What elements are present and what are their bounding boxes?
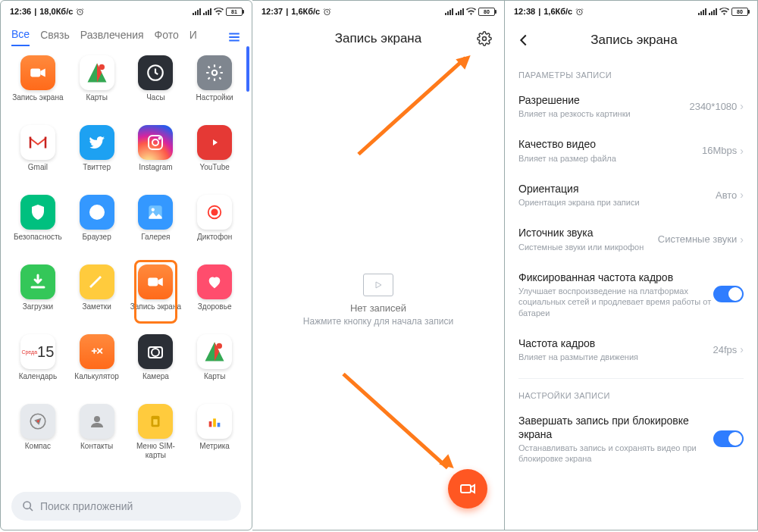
row-value: 16Mbps: [702, 145, 737, 156]
svg-point-19: [94, 416, 100, 422]
svg-rect-23: [213, 418, 216, 427]
app-контакты[interactable]: Контакты: [67, 404, 127, 465]
toggle-switch-on[interactable]: [713, 286, 744, 302]
notes-icon: [80, 264, 114, 299]
app-label: Запись экрана: [12, 93, 63, 102]
settings-row[interactable]: Качество видеоВлияет на размер файла16Mb…: [518, 128, 744, 172]
signal-icon: [193, 8, 201, 15]
camera-icon: [138, 334, 173, 369]
contacts-icon: [80, 404, 114, 439]
status-time: 12:37: [262, 7, 283, 16]
status-time: 12:38: [514, 7, 535, 16]
toggle-switch-on[interactable]: [713, 430, 744, 447]
app-заметки[interactable]: Заметки: [67, 264, 127, 325]
row-title: Завершать запись при блокировке экрана: [518, 414, 713, 441]
app-запись-экрана[interactable]: Запись экрана: [127, 264, 186, 325]
wifi-icon: [466, 8, 476, 15]
row-subtitle: Останавливать запись и сохранять видео п…: [518, 443, 713, 465]
app-метрика[interactable]: Метрика: [185, 404, 244, 465]
row-fixed-fps[interactable]: Фиксированная частота кадров Улучшает во…: [518, 261, 744, 327]
app-label: Калькулятор: [74, 372, 119, 381]
settings-row[interactable]: Источник звукаСистемные звуки или микроф…: [518, 217, 744, 261]
app-меню-sim-карты[interactable]: Меню SIM-карты: [127, 404, 186, 465]
status-separator: |: [286, 7, 288, 16]
chevron-right-icon: ›: [740, 189, 744, 201]
gear-icon: [197, 55, 232, 90]
settings-row[interactable]: РазрешениеВлияет на резкость картинки234…: [518, 84, 744, 128]
tab-more[interactable]: И: [190, 29, 197, 45]
app-label: Диктофон: [197, 233, 232, 242]
app-label: Здоровье: [198, 302, 232, 311]
app-карты[interactable]: Карты: [67, 55, 127, 116]
app-label: Безопасность: [14, 233, 62, 242]
scrollbar[interactable]: [246, 46, 249, 92]
video-icon: [138, 264, 173, 299]
app-label: Gmail: [28, 163, 48, 172]
settings-row[interactable]: ОриентацияОриентация экрана при записиАв…: [518, 173, 744, 217]
phone-screen-recorder-settings: 12:38 | 1,6Кб/с 80 Запись экрана ПАРАМЕТ…: [505, 0, 758, 530]
app-компас[interactable]: Компас: [8, 404, 67, 465]
svg-rect-24: [218, 423, 221, 427]
app-настройки[interactable]: Настройки: [185, 55, 244, 116]
app-загрузки[interactable]: Загрузки: [8, 264, 67, 325]
signal-icon-2: [203, 8, 211, 15]
app-gmail[interactable]: Gmail: [8, 125, 67, 186]
app-карты[interactable]: Карты: [185, 334, 244, 395]
sim-icon: [138, 404, 173, 439]
search-bar[interactable]: Поиск приложений: [11, 492, 241, 521]
app-камера[interactable]: Камера: [127, 334, 186, 395]
empty-state: Нет записей Нажмите кнопку для начала за…: [252, 274, 504, 327]
row-fps[interactable]: Частота кадров Влияет на размытие движен…: [518, 327, 744, 371]
globe-icon: [80, 195, 114, 230]
app-label: Компас: [25, 442, 51, 451]
gallery-icon: [138, 195, 173, 230]
menu-icon[interactable]: [227, 30, 241, 44]
instagram-icon: [138, 125, 173, 160]
screen-header: Запись экрана: [505, 22, 757, 58]
settings-icon[interactable]: [477, 31, 492, 46]
svg-rect-1: [30, 69, 40, 77]
record-fab-button[interactable]: [448, 469, 487, 509]
row-subtitle: Влияет на размер файла: [518, 153, 702, 164]
camcorder-icon: [459, 480, 477, 498]
app-youtube[interactable]: YouTube: [185, 125, 244, 186]
app-диктофон[interactable]: Диктофон: [185, 195, 244, 255]
clock-icon: [138, 55, 173, 90]
status-bar: 12:36 | 18,0Кб/с 81: [1, 1, 252, 22]
app-label: Заметки: [83, 302, 111, 311]
row-value: Авто: [716, 189, 737, 201]
gmail-icon: [20, 125, 55, 160]
status-net-speed: 18,0Кб/с: [39, 7, 73, 16]
row-title: Разрешение: [518, 93, 689, 107]
settings-list: ПАРАМЕТРЫ ЗАПИСИ РазрешениеВлияет на рез…: [505, 70, 757, 473]
app-календарь[interactable]: Среда15Календарь: [8, 334, 67, 395]
annotation-arrow-2: [342, 373, 449, 470]
row-subtitle: Влияет на резкость картинки: [518, 108, 689, 119]
app-безопасность[interactable]: Безопасность: [8, 195, 67, 255]
row-stop-on-lock[interactable]: Завершать запись при блокировке экрана О…: [518, 405, 744, 474]
app-запись-экрана[interactable]: Запись экрана: [8, 55, 67, 116]
wifi-icon: [719, 8, 729, 15]
phone-screen-app-drawer: 12:36 | 18,0Кб/с 81 Все Связь Развлечени…: [0, 0, 252, 530]
svg-point-11: [152, 208, 155, 211]
chevron-right-icon: ›: [740, 100, 744, 112]
signal-icon: [445, 8, 453, 15]
app-калькулятор[interactable]: Калькулятор: [67, 334, 127, 395]
tab-all[interactable]: Все: [11, 28, 30, 46]
app-галерея[interactable]: Галерея: [127, 195, 186, 255]
tab-communication[interactable]: Связь: [40, 29, 70, 45]
app-часы[interactable]: Часы: [127, 55, 186, 116]
app-instagram[interactable]: Instagram: [127, 125, 186, 186]
back-icon[interactable]: [515, 32, 532, 49]
tab-photo[interactable]: Фото: [155, 29, 179, 45]
annotation-arrow-head-2: [439, 454, 458, 473]
app-здоровье[interactable]: Здоровье: [185, 264, 244, 325]
compass-icon: [20, 404, 55, 439]
row-value: 24fps: [713, 344, 738, 355]
tab-entertainment[interactable]: Развлечения: [80, 29, 144, 45]
app-твиттер[interactable]: Твиттер: [67, 125, 127, 186]
app-label: Календарь: [19, 372, 57, 381]
status-net-speed: 1,6Кб/с: [291, 7, 320, 16]
app-браузер[interactable]: Браузер: [67, 195, 127, 255]
status-time: 12:36: [10, 7, 31, 16]
